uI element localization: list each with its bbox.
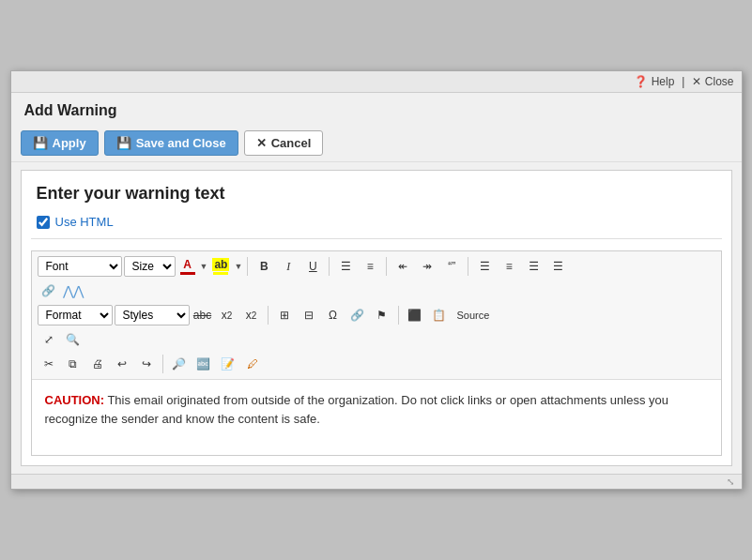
undo-button[interactable]: ↩ [111, 353, 133, 375]
font-color-icon: A [183, 258, 192, 271]
table-props-button[interactable]: ⊟ [298, 304, 320, 326]
redo-button[interactable]: ↪ [135, 353, 158, 375]
editor-toolbar: Font Size A ▼ ab ▼ [32, 251, 721, 380]
flag-button[interactable]: ⚑ [371, 304, 393, 326]
separator-3 [386, 257, 387, 276]
toolbar-line-5: ✂ ⧉ 🖨 ↩ ↪ 🔎 🔤 📝 🖊 [38, 353, 715, 375]
table-button[interactable]: ⊞ [273, 304, 296, 326]
find-button[interactable]: 🔎 [168, 353, 191, 375]
separator-4 [468, 257, 468, 276]
dialog-title: Add Warning [11, 93, 742, 125]
editor-body[interactable]: CAUTION: This email originated from outs… [32, 380, 721, 455]
size-select[interactable]: Size [124, 256, 176, 277]
font-color-bar [180, 272, 195, 275]
warning-text: CAUTION: This email originated from outs… [45, 391, 708, 428]
indent-button[interactable]: ↠ [416, 255, 438, 278]
highlight-button[interactable]: ab [209, 256, 232, 277]
save-icon: 💾 [33, 136, 48, 150]
font-select[interactable]: Font [38, 256, 122, 277]
find-replace-button[interactable]: 🔤 [192, 353, 215, 375]
copy-button[interactable]: ⧉ [62, 353, 84, 375]
source-button[interactable]: Source [453, 304, 495, 326]
separator-1 [247, 257, 248, 276]
use-html-label[interactable]: Use HTML [55, 215, 114, 229]
dropdown-arrow-highlight[interactable]: ▼ [234, 262, 242, 271]
toolbar-line-3: Format Styles abc x2 x2 ⊞ ⊟ Ω 🔗 ⚑ ⬛ [38, 304, 715, 326]
main-toolbar: 💾 Apply 💾 Save and Close ✕ Cancel [11, 125, 742, 162]
print-button[interactable]: 🖨 [86, 353, 109, 375]
dialog-topbar: ❓ Help | ✕ Close [11, 71, 742, 93]
font-color-button[interactable]: A [177, 256, 198, 277]
toolbar-line-1: Font Size A ▼ ab ▼ [38, 255, 715, 278]
close-link[interactable]: ✕ Close [692, 75, 733, 88]
preview-button[interactable]: 🔍 [62, 328, 84, 351]
highlight-icon: ab [212, 258, 229, 271]
eraser-button[interactable]: 🖊 [241, 353, 264, 375]
save-close-button[interactable]: 💾 Save and Close [104, 130, 238, 156]
help-link[interactable]: ❓ Help [634, 75, 674, 88]
align-right-button[interactable]: ☰ [522, 255, 545, 278]
apply-label: Apply [53, 136, 86, 150]
divider [31, 238, 722, 239]
media-button[interactable]: ⬛ [404, 304, 426, 326]
special-char-button[interactable]: Ω [322, 304, 345, 326]
toolbar-line-4: ⤢ 🔍 [38, 328, 715, 351]
separator-5 [268, 306, 269, 325]
unordered-list-button[interactable]: ≡ [359, 255, 381, 278]
align-justify-button[interactable]: ☰ [546, 255, 569, 278]
blockquote-button[interactable]: “” [440, 255, 463, 278]
cancel-label: Cancel [271, 136, 312, 150]
link-button[interactable]: 🔗 [38, 280, 60, 302]
save-close-icon: 💾 [116, 136, 131, 150]
expand-button[interactable]: ⋀⋀ [62, 280, 84, 302]
format-select[interactable]: Format [38, 305, 113, 325]
spellcheck-button[interactable]: 📝 [217, 353, 239, 375]
ordered-list-button[interactable]: ☰ [334, 255, 357, 278]
cancel-button[interactable]: ✕ Cancel [244, 130, 324, 156]
superscript-button[interactable]: x2 [240, 304, 263, 326]
fullscreen-button[interactable]: ⤢ [38, 328, 60, 351]
apply-button[interactable]: 💾 Apply [21, 130, 99, 156]
dropdown-arrow-color[interactable]: ▼ [200, 262, 208, 271]
bold-button[interactable]: B [253, 255, 275, 278]
warning-body-text: This email originated from outside of th… [45, 393, 669, 426]
use-html-checkbox[interactable] [37, 216, 50, 229]
content-heading: Enter your warning text [22, 171, 731, 211]
italic-button[interactable]: I [277, 255, 299, 278]
use-html-row: Use HTML [22, 211, 731, 238]
save-close-label: Save and Close [136, 136, 226, 150]
align-left-button[interactable]: ☰ [473, 255, 496, 278]
separator-7 [162, 355, 163, 373]
cancel-icon: ✕ [256, 136, 267, 150]
separator-6 [398, 306, 399, 325]
separator-2 [329, 257, 330, 276]
template-button[interactable]: 📋 [428, 304, 451, 326]
underline-button[interactable]: U [301, 255, 324, 278]
topbar-separator: | [682, 75, 684, 88]
highlight-bar [213, 272, 228, 275]
styles-select[interactable]: Styles [115, 305, 190, 325]
ilink-button[interactable]: 🔗 [346, 304, 369, 326]
editor-container: Font Size A ▼ ab ▼ [31, 250, 722, 456]
subscript-button[interactable]: x2 [216, 304, 238, 326]
align-center-button[interactable]: ≡ [498, 255, 520, 278]
caution-label: CAUTION: [45, 393, 105, 407]
strikethrough-button[interactable]: abc [192, 304, 214, 326]
add-warning-dialog: ❓ Help | ✕ Close Add Warning 💾 Apply 💾 S… [10, 70, 743, 490]
dialog-footer: ⤡ [11, 474, 742, 489]
cut-button[interactable]: ✂ [38, 353, 60, 375]
toolbar-line-2: 🔗 ⋀⋀ [38, 280, 715, 302]
content-area: Enter your warning text Use HTML Font Si… [21, 170, 732, 466]
resize-handle[interactable]: ⤡ [727, 477, 738, 488]
outdent-button[interactable]: ↞ [391, 255, 414, 278]
